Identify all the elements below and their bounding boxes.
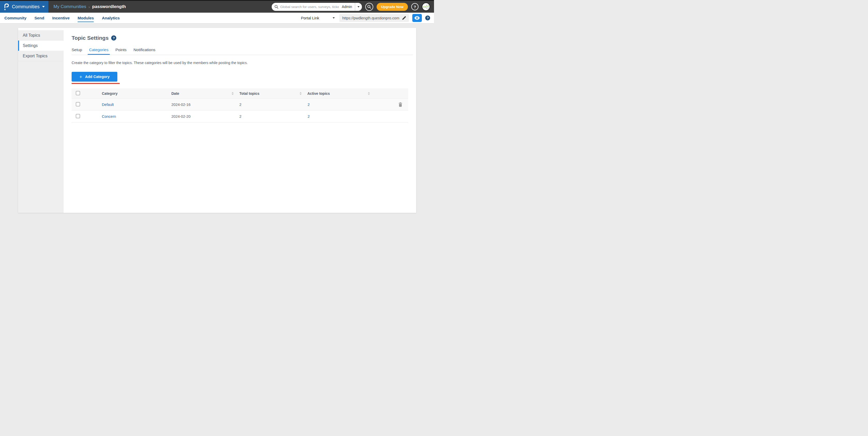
categories-table: Category Date Total topics Active topics bbox=[71, 88, 408, 123]
chevron-down-icon bbox=[42, 6, 45, 7]
annotation-red-underline bbox=[71, 83, 120, 84]
table-header-row: Category Date Total topics Active topics bbox=[71, 88, 408, 98]
sidebar-item-settings[interactable]: Settings bbox=[18, 40, 64, 51]
title-row: Topic Settings ? bbox=[71, 35, 413, 41]
avatar-image-detail bbox=[424, 6, 426, 8]
row-checkbox[interactable] bbox=[76, 102, 80, 106]
nav-item-community[interactable]: Community bbox=[4, 13, 26, 23]
communities-product-menu[interactable]: Communities bbox=[0, 1, 48, 13]
total-topics-value: 2 bbox=[235, 103, 303, 107]
portal-url-text: https://pwdlength.questionpro.com bbox=[342, 16, 399, 20]
sort-icon-date[interactable] bbox=[231, 92, 234, 95]
avatar[interactable] bbox=[422, 3, 430, 11]
nav-item-analytics[interactable]: Analytics bbox=[102, 13, 120, 23]
category-link[interactable]: Default bbox=[102, 103, 114, 107]
nav-item-send[interactable]: Send bbox=[34, 13, 44, 23]
tab-categories[interactable]: Categories bbox=[89, 47, 108, 55]
portal-link-select[interactable]: Portal Link bbox=[301, 16, 335, 20]
active-topics-link[interactable]: 2 bbox=[308, 103, 310, 107]
search-scope-value[interactable]: Admin bbox=[339, 5, 355, 9]
avatar-image-detail bbox=[426, 5, 429, 6]
sidebar-item-export-topics[interactable]: Export Topics bbox=[18, 51, 64, 61]
table-row: Concern 2024-02-20 2 2 bbox=[71, 110, 408, 122]
global-search-input[interactable] bbox=[280, 5, 339, 9]
delete-icon[interactable] bbox=[398, 102, 402, 107]
sidebar-item-all-topics[interactable]: All Topics bbox=[18, 30, 64, 40]
row-checkbox[interactable] bbox=[76, 114, 80, 118]
sort-icon-total-topics[interactable] bbox=[300, 92, 302, 95]
breadcrumb-current-community: passwordlength bbox=[92, 4, 126, 9]
breadcrumb: My Communities › passwordlength bbox=[54, 4, 126, 9]
avatar-image-detail bbox=[426, 7, 429, 9]
active-topics-link[interactable]: 2 bbox=[308, 114, 310, 119]
nav-item-incentive[interactable]: Incentive bbox=[52, 13, 69, 23]
topics-panel: All Topics Settings Export Topics Topic … bbox=[18, 28, 416, 213]
sort-icon-active-topics[interactable] bbox=[368, 92, 370, 95]
table-row: Default 2024-02-16 2 2 bbox=[71, 98, 408, 110]
brand-label: Communities bbox=[12, 4, 39, 9]
nav-item-modules[interactable]: Modules bbox=[78, 13, 94, 23]
questionpro-logo-icon bbox=[4, 3, 9, 10]
chevron-down-icon bbox=[358, 6, 360, 7]
settings-tabs: Setup Categories Points Notifications bbox=[71, 47, 413, 55]
header-category: Category bbox=[97, 92, 167, 96]
categories-description: Create the category to filter the topics… bbox=[71, 61, 413, 65]
table-bottom-border bbox=[71, 122, 408, 123]
topics-sidebar: All Topics Settings Export Topics bbox=[18, 30, 64, 213]
question-mark-icon: ? bbox=[413, 5, 416, 9]
module-nav-links: Community Send Incentive Modules Analyti… bbox=[4, 13, 120, 23]
tab-points[interactable]: Points bbox=[115, 47, 126, 55]
portal-help-icon[interactable]: ? bbox=[425, 15, 430, 21]
portal-link-area: Portal Link https://pwdlength.questionpr… bbox=[301, 14, 430, 22]
search-button[interactable] bbox=[365, 3, 373, 11]
global-search: Admin bbox=[272, 3, 362, 11]
header-total-topics: Total topics bbox=[239, 92, 259, 96]
header-active-topics: Active topics bbox=[307, 92, 330, 96]
question-mark-icon: ? bbox=[113, 36, 115, 40]
breadcrumb-separator: › bbox=[89, 5, 90, 9]
portal-url-field[interactable]: https://pwdlength.questionpro.com bbox=[339, 14, 409, 22]
tab-setup[interactable]: Setup bbox=[71, 47, 82, 55]
eye-icon bbox=[414, 16, 420, 20]
chevron-down-icon bbox=[333, 17, 335, 19]
select-all-checkbox[interactable] bbox=[76, 91, 80, 95]
category-link[interactable]: Concern bbox=[102, 114, 116, 119]
header-date: Date bbox=[172, 92, 179, 96]
preview-portal-button[interactable] bbox=[412, 14, 422, 22]
page-body: All Topics Settings Export Topics Topic … bbox=[0, 24, 434, 213]
breadcrumb-my-communities[interactable]: My Communities bbox=[54, 4, 86, 9]
edit-pencil-icon[interactable] bbox=[402, 16, 406, 20]
topbar: Communities My Communities › passwordlen… bbox=[0, 1, 434, 13]
page-title: Topic Settings bbox=[71, 35, 108, 41]
search-icon bbox=[275, 5, 278, 9]
total-topics-value: 2 bbox=[235, 114, 303, 119]
search-icon bbox=[367, 5, 371, 9]
upgrade-now-button[interactable]: Upgrade Now bbox=[377, 3, 408, 11]
search-scope-dropdown-button[interactable] bbox=[355, 3, 362, 11]
topic-settings-content: Topic Settings ? Setup Categories Points… bbox=[64, 28, 421, 213]
tab-notifications[interactable]: Notifications bbox=[134, 47, 155, 55]
add-category-label: Add Category bbox=[85, 75, 110, 79]
topic-settings-help-icon[interactable]: ? bbox=[111, 35, 116, 40]
topbar-actions: Admin Upgrade Now ? bbox=[272, 3, 434, 11]
plus-icon: + bbox=[80, 74, 82, 79]
category-date: 2024-02-16 bbox=[167, 103, 235, 107]
help-button[interactable]: ? bbox=[411, 3, 418, 10]
portal-link-label: Portal Link bbox=[301, 16, 319, 20]
module-navbar: Community Send Incentive Modules Analyti… bbox=[0, 13, 434, 24]
question-mark-icon: ? bbox=[427, 16, 429, 20]
category-date: 2024-02-20 bbox=[167, 114, 235, 119]
add-category-button[interactable]: + Add Category bbox=[71, 72, 117, 81]
